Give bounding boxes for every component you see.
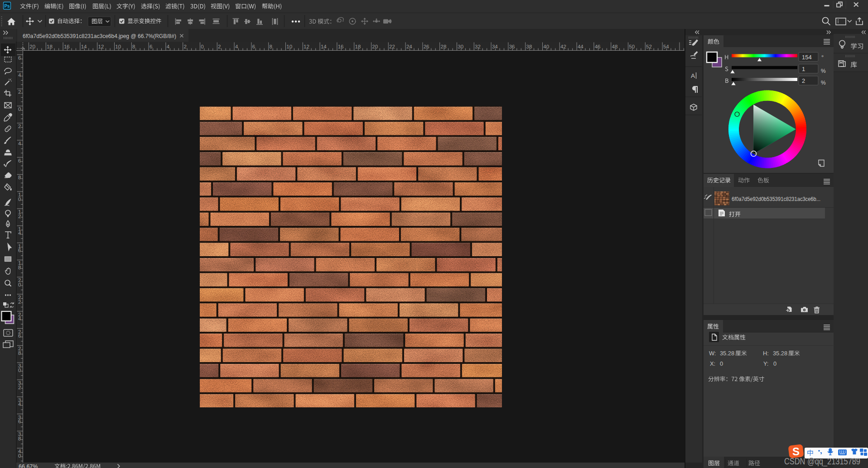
svg-text:0: 0: [201, 44, 203, 49]
svg-text:6: 6: [18, 333, 21, 339]
svg-text:2: 2: [218, 44, 221, 49]
svg-text:Ps: Ps: [4, 4, 10, 9]
svg-text:30: 30: [458, 44, 463, 49]
svg-text:4: 4: [18, 230, 21, 236]
svg-text:6: 6: [149, 44, 152, 49]
svg-text:2: 2: [18, 214, 21, 219]
svg-text:154: 154: [802, 54, 812, 61]
svg-text:50: 50: [629, 44, 635, 49]
svg-text:6: 6: [252, 44, 255, 49]
svg-text:38: 38: [526, 44, 532, 49]
svg-text:1: 1: [802, 66, 805, 72]
svg-text:4: 4: [235, 44, 238, 49]
svg-text:40: 40: [543, 44, 549, 49]
svg-text:12: 12: [304, 44, 309, 49]
svg-text:16: 16: [64, 44, 70, 49]
svg-text:2: 2: [18, 299, 21, 305]
svg-text:6: 6: [18, 248, 21, 253]
svg-text:44: 44: [578, 44, 583, 49]
svg-text:42: 42: [560, 44, 566, 49]
svg-text:6: 6: [18, 55, 21, 61]
svg-text:8: 8: [18, 265, 21, 270]
svg-text:14: 14: [321, 44, 327, 49]
svg-text:4: 4: [18, 401, 21, 407]
svg-text:35.28: 35.28: [720, 350, 734, 357]
svg-text:0: 0: [18, 106, 21, 112]
svg-text:6f0a7d5e92d0b535391c8231ac3ce6: 6f0a7d5e92d0b535391c8231ac3ce6b4.jpeg @ …: [23, 33, 176, 39]
svg-text:8: 8: [18, 436, 21, 441]
svg-text:X:: X:: [710, 360, 715, 367]
svg-text:24: 24: [406, 44, 412, 49]
svg-text:10: 10: [115, 44, 121, 49]
svg-text:10: 10: [286, 44, 292, 49]
svg-text:28: 28: [441, 44, 447, 49]
svg-text:66.67%: 66.67%: [19, 463, 38, 468]
svg-text:8: 8: [132, 44, 135, 49]
svg-text:0: 0: [18, 368, 21, 373]
svg-text:°: °: [821, 54, 824, 61]
svg-text:0: 0: [720, 360, 723, 367]
svg-text:8: 8: [18, 175, 21, 180]
svg-text:2: 2: [184, 44, 187, 49]
svg-text:20: 20: [29, 44, 35, 49]
svg-text:%: %: [821, 80, 826, 86]
svg-text:20: 20: [372, 44, 378, 49]
svg-text:%: %: [821, 68, 826, 74]
svg-text:8: 8: [270, 44, 272, 49]
svg-text:0: 0: [18, 282, 21, 287]
svg-text:W:: W:: [709, 350, 716, 357]
svg-text:CSDN @qq_21315789: CSDN @qq_21315789: [784, 456, 860, 467]
svg-text:16: 16: [338, 44, 344, 49]
svg-text:54: 54: [663, 44, 669, 49]
svg-text:14: 14: [81, 44, 87, 49]
svg-text:22: 22: [389, 44, 395, 49]
svg-text:0: 0: [773, 360, 776, 367]
svg-text:52: 52: [646, 44, 652, 49]
svg-text:2: 2: [18, 124, 21, 129]
svg-text:2: 2: [18, 89, 21, 95]
svg-text:Y:: Y:: [763, 360, 768, 367]
svg-text:A: A: [691, 72, 695, 79]
svg-text:46: 46: [595, 44, 601, 49]
svg-text:0: 0: [18, 196, 21, 202]
svg-text:36: 36: [509, 44, 515, 49]
svg-text:48: 48: [612, 44, 618, 49]
svg-text:8: 8: [18, 350, 21, 356]
svg-text:18: 18: [355, 44, 361, 49]
svg-text:2: 2: [802, 77, 805, 84]
svg-text:32: 32: [475, 44, 481, 49]
svg-text:H:: H:: [763, 350, 769, 357]
svg-text:6: 6: [18, 158, 21, 163]
svg-text:0: 0: [18, 453, 21, 458]
svg-text:4: 4: [18, 316, 21, 321]
svg-text:2: 2: [18, 385, 21, 390]
svg-text:18: 18: [47, 44, 53, 49]
svg-text:35.28: 35.28: [773, 350, 787, 357]
svg-text:4: 4: [167, 44, 170, 49]
svg-text:4: 4: [18, 72, 21, 78]
svg-text:6f0a7d5e92d0b535391c8231ac3ce6: 6f0a7d5e92d0b535391c8231ac3ce6b...: [732, 196, 820, 202]
svg-text:12: 12: [98, 44, 104, 49]
svg-text:6: 6: [18, 419, 21, 424]
svg-text:34: 34: [492, 44, 498, 49]
svg-text:4: 4: [18, 141, 21, 146]
svg-text:26: 26: [424, 44, 429, 49]
